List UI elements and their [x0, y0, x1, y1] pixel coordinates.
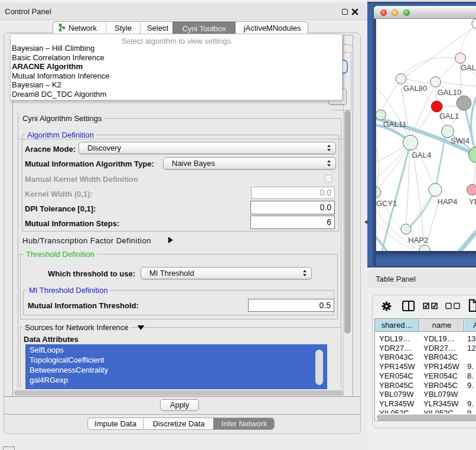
svg-text:GAL80: GAL80 [403, 84, 427, 93]
svg-text:GAL11: GAL11 [383, 120, 407, 129]
svg-text:GAL10: GAL10 [438, 88, 461, 97]
svg-text:GAL4: GAL4 [412, 151, 431, 159]
svg-text:HAP2: HAP2 [408, 236, 428, 244]
svg-text:SWI4: SWI4 [451, 136, 470, 145]
svg-text:GAL: GAL [461, 63, 476, 72]
svg-text:GCY1: GCY1 [376, 199, 397, 208]
svg-text:YE: YE [469, 197, 476, 206]
svg-text:GAL1: GAL1 [439, 112, 459, 120]
svg-text:HAP4: HAP4 [438, 197, 458, 206]
